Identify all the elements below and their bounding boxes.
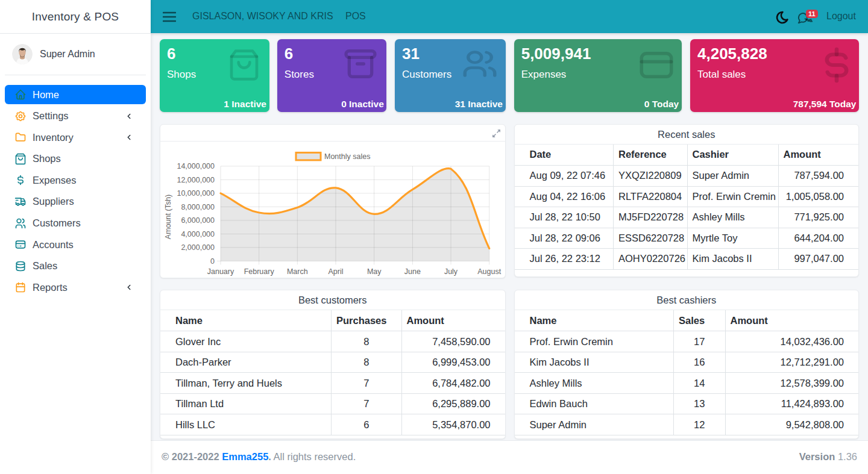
svg-text:January: January — [207, 267, 234, 276]
svg-text:12,000,000: 12,000,000 — [177, 175, 215, 184]
svg-text:6,000,000: 6,000,000 — [181, 216, 215, 225]
svg-text:March: March — [287, 267, 308, 276]
svg-text:April: April — [328, 267, 343, 276]
svg-text:June: June — [404, 267, 421, 276]
svg-text:May: May — [367, 267, 382, 276]
svg-text:February: February — [244, 267, 275, 276]
svg-text:0: 0 — [210, 257, 215, 265]
svg-text:8,000,000: 8,000,000 — [181, 202, 215, 211]
svg-text:4,000,000: 4,000,000 — [181, 229, 215, 238]
svg-text:14,000,000: 14,000,000 — [177, 162, 215, 170]
svg-text:2,000,000: 2,000,000 — [181, 243, 215, 252]
svg-text:10,000,000: 10,000,000 — [177, 189, 215, 198]
svg-text:Monthly sales: Monthly sales — [324, 152, 370, 161]
svg-text:July: July — [444, 267, 458, 276]
svg-text:Amount (Tsh): Amount (Tsh) — [164, 194, 172, 239]
svg-text:August: August — [477, 267, 501, 276]
